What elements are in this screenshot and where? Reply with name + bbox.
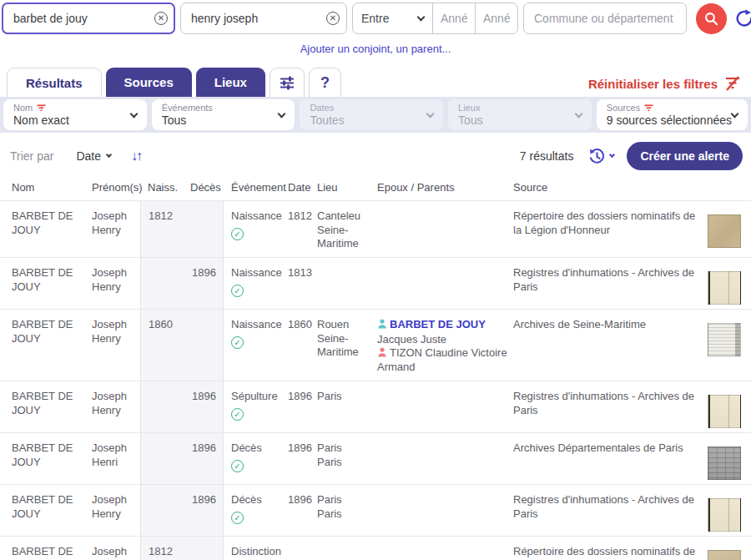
table-row[interactable]: BARBET DE JOUY Joseph Henry 1896 Naissan… (0, 257, 751, 309)
filter-chip-strip: Nom Nom exact Événements Tous Dates Tout… (0, 97, 751, 133)
place-input[interactable] (523, 3, 687, 34)
chevron-down-icon (574, 109, 582, 118)
filter-places[interactable]: Lieux Tous (448, 99, 592, 130)
record-thumbnail[interactable] (708, 323, 741, 356)
tab-filter-settings[interactable] (270, 68, 305, 97)
cell-evenement: Naissance✓ (224, 258, 288, 309)
cell-epoux (377, 485, 513, 536)
record-thumbnail[interactable] (708, 214, 741, 248)
firstname-input[interactable] (180, 3, 347, 34)
table-row[interactable]: BARBET DE JOUY Joseph Henry 1860 Naissan… (0, 309, 751, 381)
reset-filters-button[interactable]: Réinitialiser les filtres (588, 76, 741, 97)
cell-date: 1860 (288, 310, 317, 381)
cell-lieu: Paris Paris (317, 433, 377, 484)
filter-events[interactable]: Événements Tous (152, 99, 295, 130)
search-button[interactable] (696, 3, 727, 34)
verified-check-icon: ✓ (231, 408, 244, 421)
tab-help[interactable]: ? (309, 68, 341, 97)
cell-epoux (377, 537, 513, 560)
period-operator-select[interactable]: Entre (352, 3, 433, 34)
col-header-prenoms: Prénom(s) (92, 181, 140, 194)
cell-source: Registres d'inhumations - Archives de Pa… (513, 258, 708, 309)
record-thumbnail[interactable] (708, 498, 741, 532)
lastname-input[interactable] (2, 3, 175, 34)
filter-name[interactable]: Nom Nom exact (3, 99, 147, 130)
cell-epoux (377, 201, 513, 257)
col-header-nom: Nom (0, 181, 92, 194)
date-range-group: Entre (352, 3, 518, 34)
clear-lastname-icon[interactable]: ✕ (154, 12, 168, 25)
filter-sources-value: 9 sources sélectionnées (607, 114, 732, 128)
cell-source: Répertoire des dossiers nominatifs de la… (513, 537, 708, 560)
cell-lieu (317, 537, 377, 560)
filter-off-icon (724, 76, 741, 91)
create-alert-button[interactable]: Créer une alerte (627, 142, 743, 170)
lastname-field-wrap: ✕ (2, 3, 175, 34)
search-bar: ✕ ✕ Entre (0, 0, 751, 34)
col-header-deces: Décès (190, 181, 224, 194)
year-from-input[interactable] (433, 12, 475, 25)
table-row[interactable]: BARBET DE JOUY Joseph Henry 1812 Distinc… (0, 536, 751, 560)
table-row[interactable]: BARBET DE JOUY Joseph Henri 1896 Décès✓ … (0, 432, 751, 484)
chevron-down-icon (278, 109, 286, 118)
verified-check-icon: ✓ (231, 460, 244, 472)
chevron-down-icon (129, 109, 138, 118)
cell-epoux (377, 381, 513, 432)
cell-nom: BARBET DE JOUY (0, 310, 92, 381)
results-count: 7 résultats (520, 149, 574, 163)
cell-date: 1896 (288, 433, 317, 484)
add-relative-row: Ajouter un conjoint, un parent... (0, 41, 751, 56)
mother-name: TIZON Claudine Victoire Armand (377, 346, 507, 373)
father-name-link[interactable]: BARBET DE JOUY (390, 318, 486, 330)
sliders-icon (279, 76, 295, 90)
table-row[interactable]: BARBET DE JOUY Joseph Henry 1896 Sépultu… (0, 381, 751, 432)
cell-date: 1813 (288, 258, 317, 309)
cell-evenement: Distinction✓ (224, 537, 288, 560)
cell-date (288, 537, 317, 560)
sort-select[interactable]: Date (76, 149, 111, 163)
filter-events-value: Tous (162, 114, 213, 128)
cell-thumbnail (708, 310, 751, 381)
tab-results[interactable]: Résultats (7, 68, 102, 97)
filter-sources[interactable]: Sources 9 sources sélectionnées (597, 99, 748, 130)
cell-evenement: Décès✓ (224, 433, 288, 484)
cell-prenoms: Joseph Henry (92, 310, 140, 381)
tab-sources[interactable]: Sources (106, 68, 192, 97)
record-thumbnail[interactable] (708, 395, 741, 428)
record-thumbnail[interactable] (708, 271, 741, 305)
cell-naiss (140, 258, 190, 309)
sort-direction-button[interactable]: ↓↑ (131, 149, 141, 164)
reset-arrow-icon (734, 8, 751, 28)
table-row[interactable]: BARBET DE JOUY Joseph Henry 1896 Décès✓ … (0, 484, 751, 536)
record-thumbnail[interactable] (708, 550, 741, 560)
verified-check-icon: ✓ (231, 512, 244, 524)
filter-sources-label: Sources (607, 103, 640, 114)
table-row[interactable]: BARBET DE JOUY Joseph Henry 1812 Naissan… (0, 200, 751, 257)
cell-nom: BARBET DE JOUY (0, 201, 92, 257)
reset-search-button[interactable] (734, 8, 751, 28)
cell-nom: BARBET DE JOUY (0, 537, 92, 560)
cell-evenement: Naissance✓ (224, 310, 288, 381)
cell-deces (190, 201, 224, 257)
cell-prenoms: Joseph Henri (92, 433, 140, 484)
record-thumbnail[interactable] (708, 446, 741, 480)
results-table: Nom Prénom(s) Naiss. Décès Événement Dat… (0, 178, 751, 560)
filter-places-value: Tous (458, 114, 483, 128)
cell-naiss: 1860 (140, 310, 190, 381)
search-history-button[interactable] (588, 148, 614, 165)
tab-places[interactable]: Lieux (196, 68, 265, 97)
add-relative-link[interactable]: Ajouter un conjoint, un parent... (300, 43, 451, 55)
cell-source: Archives Départementales de Paris (513, 433, 708, 484)
filter-places-label: Lieux (458, 103, 483, 114)
sort-by-label: Trier par (10, 149, 53, 163)
cell-evenement: Naissance✓ (224, 201, 288, 257)
cell-thumbnail (708, 537, 751, 560)
clear-firstname-icon[interactable]: ✕ (326, 12, 340, 25)
reset-filters-label: Réinitialiser les filtres (588, 77, 718, 91)
year-to-input[interactable] (476, 12, 517, 25)
cell-deces (190, 310, 224, 381)
cell-prenoms: Joseph Henry (92, 258, 140, 309)
cell-nom: BARBET DE JOUY (0, 381, 92, 432)
filter-dates[interactable]: Dates Toutes (300, 99, 443, 130)
cell-deces: 1896 (190, 485, 224, 536)
